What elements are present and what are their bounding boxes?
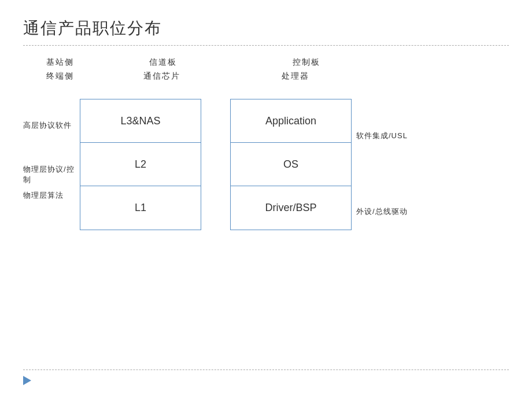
stack-right: Application OS Driver/BSP <box>230 99 352 230</box>
left-label-bot: 物理层算法 <box>23 189 75 230</box>
label-peripheral: 外设/总线驱动 <box>356 206 408 217</box>
stack-right-cell-0: Application <box>231 99 351 143</box>
stack-left-label-0: L3&NAS <box>120 115 160 127</box>
stack-left-cell-1: L2 <box>80 143 201 186</box>
label-high-protocol: 高层协议软件 <box>23 120 72 131</box>
stack-right-label-2: Driver/BSP <box>265 202 316 214</box>
label-zhongduan: 终端侧 <box>46 71 74 82</box>
label-jizhan: 基站侧 <box>46 57 74 68</box>
labels-row-1: 基站侧 信道板 控制板 <box>23 57 509 68</box>
diagram-area: 高层协议软件 物理层协议/控制 物理层算法 L3&NAS L2 L1 <box>23 99 509 230</box>
label-tongxinxinpian: 通信芯片 <box>143 71 180 82</box>
footer-divider <box>23 370 509 370</box>
page-title: 通信产品职位分布 <box>23 17 509 39</box>
page: 通信产品职位分布 基站侧 信道板 控制板 终端侧 通信芯片 处理器 高层协议软件… <box>0 0 532 399</box>
stack-right-cell-1: OS <box>231 143 351 186</box>
stack-right-label-0: Application <box>265 115 316 127</box>
label-phy-protocol: 物理层协议/控制 <box>23 164 75 185</box>
labels-row-2: 终端侧 通信芯片 处理器 <box>23 71 509 82</box>
right-labels: 软件集成/USL 外设/总线驱动 <box>356 99 414 230</box>
stack-left-cell-2: L1 <box>80 186 201 230</box>
stack-left-label-2: L1 <box>135 202 146 214</box>
label-kongzhiban: 控制板 <box>293 57 320 68</box>
stack-right-cell-2: Driver/BSP <box>231 186 351 230</box>
label-xindaoban: 信道板 <box>149 57 177 68</box>
footer-arrow-icon <box>23 376 31 385</box>
right-label-top: 软件集成/USL <box>356 110 414 156</box>
label-software-integration: 软件集成/USL <box>356 131 408 141</box>
footer-section <box>23 370 509 387</box>
stack-left-label-1: L2 <box>135 158 146 171</box>
title-divider <box>23 45 509 46</box>
stack-right-label-1: OS <box>283 158 298 171</box>
label-chuliji: 处理器 <box>282 71 309 82</box>
label-phy-algo: 物理层算法 <box>23 190 64 201</box>
stack-left: L3&NAS L2 L1 <box>80 99 201 230</box>
stack-left-cell-0: L3&NAS <box>80 99 201 143</box>
boxes-group: L3&NAS L2 L1 Application OS Driver/BSP <box>80 99 352 230</box>
left-label-top: 高层协议软件 <box>23 99 75 146</box>
left-label-mid: 物理层协议/控制 <box>23 147 75 187</box>
title-section: 通信产品职位分布 <box>23 17 509 46</box>
left-labels: 高层协议软件 物理层协议/控制 物理层算法 <box>23 99 75 230</box>
right-label-mid: 外设/总线驱动 <box>356 179 414 219</box>
